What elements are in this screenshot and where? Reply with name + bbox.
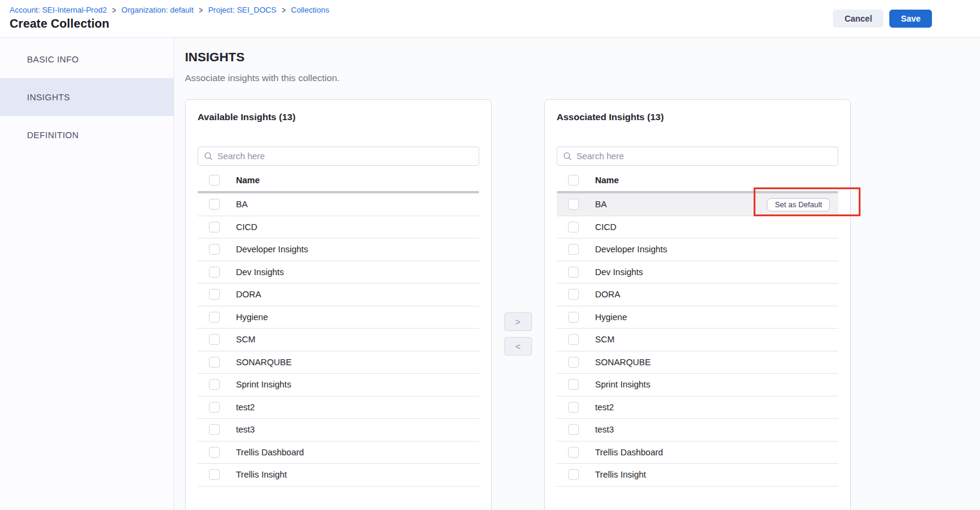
row-label: SCM [236, 335, 255, 344]
row-checkbox[interactable] [568, 244, 579, 255]
table-row[interactable]: SCM [557, 329, 838, 351]
row-checkbox[interactable] [568, 469, 579, 480]
row-checkbox[interactable] [209, 357, 220, 368]
header-actions: Cancel Save [833, 10, 932, 28]
wizard-sidebar: BASIC INFO INSIGHTS DEFINITION [0, 38, 174, 510]
cancel-button[interactable]: Cancel [833, 10, 883, 28]
available-insights-panel: Available Insights (13) Name BACICDDevel… [185, 99, 492, 510]
table-row[interactable]: Trellis Dashboard [198, 442, 479, 464]
breadcrumb-separator-icon: > [199, 5, 202, 14]
table-row[interactable]: DORA [198, 284, 479, 306]
table-row[interactable]: DORA [557, 284, 838, 306]
row-label: Hygiene [236, 312, 268, 322]
row-label: Hygiene [595, 312, 627, 322]
table-row[interactable]: test3 [198, 419, 479, 442]
name-column-header: Name [595, 175, 619, 185]
table-row[interactable]: Dev Insights [557, 261, 838, 284]
row-checkbox[interactable] [209, 289, 220, 300]
associated-search-input[interactable] [576, 151, 832, 161]
breadcrumb-project-link[interactable]: Project: SEI_DOCS [208, 5, 276, 14]
table-row[interactable]: SCM [198, 329, 479, 351]
table-row[interactable]: CICD [198, 216, 479, 239]
row-checkbox[interactable] [568, 447, 579, 458]
row-checkbox[interactable] [568, 402, 579, 413]
row-checkbox[interactable] [209, 334, 220, 345]
breadcrumb-organization-link[interactable]: Organization: default [121, 5, 193, 14]
set-as-default-button[interactable]: Set as Default [767, 198, 830, 211]
row-checkbox[interactable] [568, 357, 579, 368]
row-label: SONARQUBE [236, 357, 292, 367]
row-checkbox[interactable] [568, 379, 579, 390]
row-label: Trellis Dashboard [595, 448, 663, 457]
name-column-header: Name [236, 175, 260, 185]
row-checkbox[interactable] [568, 334, 579, 345]
available-panel-title: Available Insights (13) [198, 112, 479, 123]
row-label: CICD [236, 222, 257, 232]
search-icon [204, 152, 213, 160]
table-row[interactable]: SONARQUBE [557, 351, 838, 374]
breadcrumb-separator-icon: > [112, 5, 116, 14]
row-checkbox[interactable] [209, 222, 220, 232]
table-row[interactable]: Sprint Insights [557, 374, 838, 396]
table-row[interactable]: test2 [557, 396, 838, 419]
breadcrumb-account-link[interactable]: Account: SEI-Internal-Prod2 [10, 5, 107, 14]
breadcrumb-separator-icon: > [282, 5, 285, 14]
row-checkbox[interactable] [568, 289, 579, 300]
sidebar-item-basic-info[interactable]: BASIC INFO [0, 40, 174, 78]
move-left-button[interactable]: < [504, 337, 532, 356]
table-row[interactable]: Developer Insights [198, 238, 479, 261]
top-header: Account: SEI-Internal-Prod2 > Organizati… [0, 0, 980, 38]
section-subheading: Associate insights with this collection. [185, 73, 980, 83]
table-row[interactable]: Trellis Insight [198, 464, 479, 487]
row-label: Sprint Insights [236, 380, 291, 389]
row-checkbox[interactable] [568, 424, 579, 435]
table-row[interactable]: Developer Insights [557, 238, 838, 261]
table-row[interactable]: Trellis Dashboard [557, 442, 838, 464]
sidebar-item-insights[interactable]: INSIGHTS [0, 78, 174, 116]
row-checkbox[interactable] [209, 424, 220, 435]
table-row[interactable]: Hygiene [198, 306, 479, 329]
available-search-input[interactable] [217, 151, 473, 161]
row-checkbox[interactable] [568, 222, 579, 232]
table-row[interactable]: Hygiene [557, 306, 838, 329]
row-label: test2 [236, 402, 255, 412]
row-label: Developer Insights [595, 244, 667, 254]
table-row[interactable]: SONARQUBE [198, 351, 479, 374]
row-label: Dev Insights [595, 267, 643, 277]
row-checkbox[interactable] [209, 244, 220, 255]
table-row[interactable]: test2 [198, 396, 479, 419]
select-all-checkbox[interactable] [568, 175, 579, 186]
associated-insights-panel: Associated Insights (13) Name BASet as D… [544, 99, 851, 510]
row-checkbox[interactable] [209, 469, 220, 480]
row-checkbox[interactable] [209, 447, 220, 458]
row-checkbox[interactable] [209, 402, 220, 413]
row-checkbox[interactable] [209, 312, 220, 323]
breadcrumb-collections-link[interactable]: Collections [291, 5, 330, 14]
section-heading: INSIGHTS [185, 50, 980, 64]
table-row[interactable]: Dev Insights [198, 261, 479, 284]
row-label: test3 [236, 425, 255, 434]
row-label: Trellis Insight [236, 470, 287, 479]
select-all-checkbox[interactable] [209, 175, 220, 186]
table-row[interactable]: CICD [557, 216, 838, 239]
table-row[interactable]: BASet as Default [557, 193, 838, 216]
row-checkbox[interactable] [568, 312, 579, 323]
row-checkbox[interactable] [568, 199, 579, 210]
row-checkbox[interactable] [209, 199, 220, 210]
row-checkbox[interactable] [209, 379, 220, 390]
table-row[interactable]: BA [198, 193, 479, 216]
table-row[interactable]: Trellis Insight [557, 464, 838, 487]
row-checkbox[interactable] [209, 267, 220, 278]
row-label: DORA [595, 290, 620, 299]
table-row[interactable]: Sprint Insights [198, 374, 479, 396]
row-label: test2 [595, 402, 614, 412]
row-checkbox[interactable] [568, 267, 579, 278]
move-right-button[interactable]: > [504, 312, 532, 331]
save-button[interactable]: Save [889, 10, 932, 28]
sidebar-item-definition[interactable]: DEFINITION [0, 116, 174, 154]
associated-table-header: Name [557, 169, 838, 191]
row-label: Trellis Dashboard [236, 448, 304, 457]
row-label: BA [595, 199, 606, 209]
row-label: Dev Insights [236, 267, 284, 277]
table-row[interactable]: test3 [557, 419, 838, 442]
